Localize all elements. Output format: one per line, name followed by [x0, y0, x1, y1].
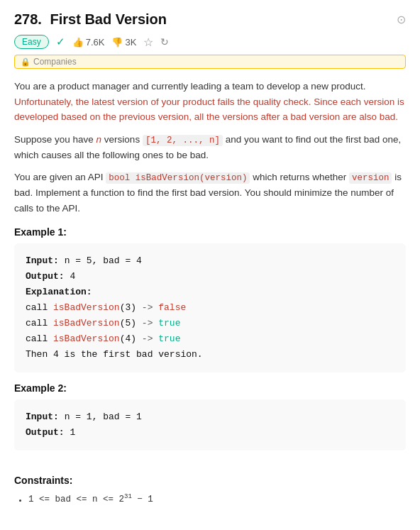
lock-icon: 🔒 — [21, 57, 31, 67]
companies-badge[interactable]: 🔒 Companies — [14, 55, 406, 69]
page-title: 278. First Bad Version — [14, 11, 167, 28]
example1-call-3: call isBadVersion(4) -> true — [26, 331, 394, 347]
constraints-label: Constraints: — [14, 475, 406, 486]
refresh-icon[interactable]: ↻ — [160, 36, 169, 48]
example1-call-2: call isBadVersion(5) -> true — [26, 316, 394, 331]
description-para-2: Suppose you have n versions [1, 2, ..., … — [14, 132, 406, 163]
thumbs-up-count: 7.6K — [86, 37, 105, 48]
example1-input: Input: n = 5, bad = 4 — [26, 253, 394, 269]
difficulty-badge: Easy — [14, 35, 49, 49]
constraints-list: 1 <= bad <= n <= 231 − 1 — [14, 493, 406, 504]
thumbs-up-stat[interactable]: 👍 7.6K — [72, 37, 105, 48]
example2-output: Output: 1 — [26, 425, 394, 441]
constraint-item-1: 1 <= bad <= n <= 231 − 1 — [28, 493, 406, 504]
example2-input: Input: n = 1, bad = 1 — [26, 409, 394, 425]
example2-box: Input: n = 1, bad = 1 Output: 1 — [14, 399, 406, 451]
thumbs-down-count: 3K — [125, 37, 136, 48]
header-row: 278. First Bad Version ⊙ — [14, 11, 406, 28]
example2-label: Example 2: — [14, 382, 406, 394]
meta-row: Easy ✓ 👍 7.6K 👎 3K ☆ ↻ — [14, 35, 406, 49]
example1-call-1: call isBadVersion(3) -> false — [26, 300, 394, 316]
thumbs-up-icon: 👍 — [72, 37, 84, 48]
description-para-1: You are a product manager and currently … — [14, 79, 406, 125]
star-icon[interactable]: ☆ — [143, 35, 153, 49]
check-icon: ✓ — [56, 35, 65, 48]
thumbs-down-stat[interactable]: 👎 3K — [111, 37, 136, 48]
example1-conclusion: Then 4 is the first bad version. — [26, 347, 394, 363]
companies-row: 🔒 Companies — [14, 55, 406, 69]
thumbs-down-icon: 👎 — [111, 37, 123, 48]
example1-output: Output: 4 — [26, 269, 394, 285]
options-icon[interactable]: ⊙ — [397, 13, 406, 26]
problem-number: 278. — [14, 11, 42, 27]
description-para-3: You are given an API bool isBadVersion(v… — [14, 170, 406, 216]
example1-label: Example 1: — [14, 226, 406, 238]
companies-label: Companies — [33, 57, 77, 67]
example1-box: Input: n = 5, bad = 4 Output: 4 Explanat… — [14, 243, 406, 373]
problem-title: First Bad Version — [50, 11, 167, 27]
example1-explanation-label: Explanation: — [26, 285, 394, 300]
